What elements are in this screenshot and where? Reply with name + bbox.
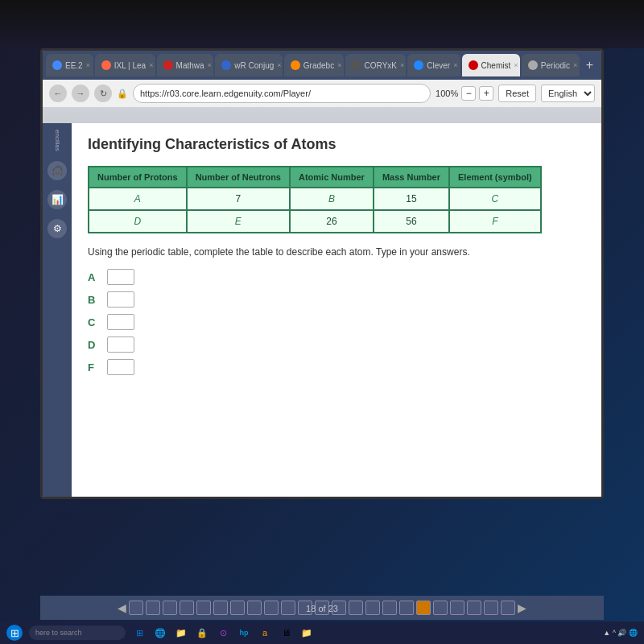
answer-input-b[interactable]	[107, 291, 134, 308]
tab-ee2[interactable]: EE.2 ×	[46, 54, 93, 76]
table-header-row: Number of Protons Number of Neutrons Ato…	[89, 167, 541, 188]
language-select[interactable]: English	[541, 85, 595, 102]
col-header-element: Element (symbol)	[449, 167, 541, 188]
instructions-text: Using the periodic table, complete the t…	[88, 246, 585, 258]
progress-dot-5[interactable]	[196, 601, 211, 615]
progress-dot-22[interactable]	[484, 601, 498, 615]
tab-close-icon[interactable]: ×	[573, 61, 577, 69]
answer-label-c: C	[88, 316, 101, 328]
sidebar-icon-chart[interactable]: 📊	[47, 190, 67, 209]
progress-dot-19[interactable]	[433, 601, 448, 615]
progress-prev-button[interactable]: ◀	[118, 601, 126, 614]
progress-dot-21[interactable]	[467, 601, 481, 615]
progress-dot-20[interactable]	[450, 601, 464, 615]
zoom-out-button[interactable]: −	[461, 86, 476, 101]
progress-dot-18[interactable]	[416, 601, 431, 615]
back-button[interactable]: ←	[49, 85, 67, 102]
progress-dot-15[interactable]	[365, 601, 380, 615]
answer-input-c[interactable]	[107, 314, 134, 330]
sidebar-label: encillas	[54, 130, 61, 151]
row2-mass: 56	[374, 210, 449, 233]
row1-mass: 15	[374, 188, 449, 210]
taskbar-monitor-icon[interactable]: 🖥	[279, 625, 293, 640]
col-header-neutrons: Number of Neutrons	[187, 167, 290, 188]
row1-neutrons: 7	[187, 188, 290, 210]
answer-label-d: D	[88, 339, 101, 351]
sidebar-icon-headphones[interactable]: 🎧	[47, 161, 67, 180]
progress-label: 18 of 23	[306, 604, 338, 613]
row2-atomic: 26	[290, 210, 374, 233]
progress-dot-9[interactable]	[264, 601, 279, 615]
answer-label-f: F	[88, 361, 101, 374]
progress-next-button[interactable]: ▶	[518, 601, 526, 614]
table-row: A 7 B 15 C	[89, 188, 541, 210]
progress-dot-6[interactable]	[213, 601, 228, 615]
sidebar-icon-gear[interactable]: ⚙	[47, 219, 67, 238]
refresh-button[interactable]: ↻	[94, 85, 112, 102]
taskbar-windows-icon[interactable]: ⊞	[132, 625, 147, 640]
taskbar-hp-icon[interactable]: hp	[237, 625, 251, 640]
tab-ixl[interactable]: IXL | Lea ×	[95, 54, 155, 76]
taskbar-folder-icon[interactable]: 📁	[174, 625, 188, 640]
tab-clever[interactable]: Clever ×	[407, 54, 460, 76]
progress-dot-16[interactable]	[382, 601, 397, 615]
lock-icon: 🔒	[117, 89, 128, 99]
row2-element: F	[449, 210, 541, 233]
progress-dot-7[interactable]	[230, 601, 245, 615]
zoom-in-button[interactable]: +	[479, 86, 493, 101]
tab-cory[interactable]: CORYxK ×	[345, 54, 407, 76]
tab-bar: EE.2 × IXL | Lea × Mathwa × wR Conjug ×	[43, 51, 601, 80]
answer-input-d[interactable]	[107, 336, 134, 353]
sidebar: encillas 🎧 📊 ⚙	[43, 123, 72, 497]
tab-close-icon[interactable]: ×	[400, 61, 404, 69]
progress-dot-8[interactable]	[247, 601, 262, 615]
tab-chemistry[interactable]: Chemist ×	[462, 54, 520, 76]
taskbar-search-bar[interactable]: here to search	[29, 625, 126, 640]
forward-button[interactable]: →	[72, 85, 89, 102]
taskbar-files-icon[interactable]: 📁	[299, 625, 314, 640]
screen: EE.2 × IXL | Lea × Mathwa × wR Conjug ×	[40, 48, 604, 499]
answer-input-a[interactable]	[107, 269, 134, 285]
answer-input-f[interactable]	[107, 359, 134, 375]
taskbar-right-area: ▲ ^ 🔊 🌐	[603, 629, 638, 637]
tab-close-icon[interactable]: ×	[86, 61, 90, 69]
taskbar-lock-icon[interactable]: 🔒	[195, 625, 209, 640]
row2-protons: D	[89, 210, 187, 233]
progress-dot-14[interactable]	[349, 601, 363, 615]
taskbar-circle-icon[interactable]: ⊙	[216, 625, 230, 640]
start-button[interactable]: ⊞	[6, 625, 23, 641]
reset-button[interactable]: Reset	[498, 85, 536, 102]
progress-dot-10[interactable]	[281, 601, 295, 615]
progress-dot-1[interactable]	[129, 601, 143, 615]
tab-conjug[interactable]: wR Conjug ×	[215, 54, 282, 76]
progress-dot-4[interactable]	[180, 601, 194, 615]
progress-dot-3[interactable]	[163, 601, 177, 615]
address-input[interactable]: https://r03.core.learn.edgenuity.com/Pla…	[133, 84, 431, 103]
progress-bar-area: ◀ ▶ 18 of 23	[40, 596, 604, 620]
tab-grade[interactable]: Gradebc ×	[284, 54, 344, 76]
progress-dot-2[interactable]	[146, 601, 160, 615]
progress-dot-23[interactable]	[501, 601, 515, 615]
taskbar-amazon-icon[interactable]: a	[258, 625, 272, 640]
atom-table: Number of Protons Number of Neutrons Ato…	[88, 166, 542, 233]
row2-neutrons: E	[187, 210, 290, 233]
tab-periodic[interactable]: Periodic ×	[522, 54, 580, 76]
tab-close-icon[interactable]: ×	[208, 61, 212, 69]
address-bar-row: ← → ↻ 🔒 https://r03.core.learn.edgenuity…	[43, 80, 601, 107]
laptop-background: EE.2 × IXL | Lea × Mathwa × wR Conjug ×	[0, 0, 644, 644]
new-tab-button[interactable]: +	[581, 58, 598, 72]
tab-close-icon[interactable]: ×	[337, 61, 341, 69]
tab-mathwa[interactable]: Mathwa ×	[157, 54, 214, 76]
taskbar-edge-icon[interactable]: 🌐	[153, 625, 167, 640]
tab-close-icon[interactable]: ×	[149, 61, 153, 69]
browser-chrome: EE.2 × IXL | Lea × Mathwa × wR Conjug ×	[43, 51, 601, 123]
taskbar: ⊞ here to search ⊞ 🌐 📁 🔒 ⊙ hp a 🖥 📁 ▲ ^ …	[0, 621, 644, 644]
tab-close-icon[interactable]: ×	[453, 61, 457, 69]
tab-close-icon[interactable]: ×	[514, 61, 518, 69]
progress-dot-17[interactable]	[399, 601, 414, 615]
tab-close-icon[interactable]: ×	[277, 61, 281, 69]
row1-element: C	[449, 188, 541, 210]
answer-row-c: C	[88, 314, 585, 330]
table-row: D E 26 56 F	[89, 210, 541, 233]
answer-row-a: A	[88, 269, 585, 285]
